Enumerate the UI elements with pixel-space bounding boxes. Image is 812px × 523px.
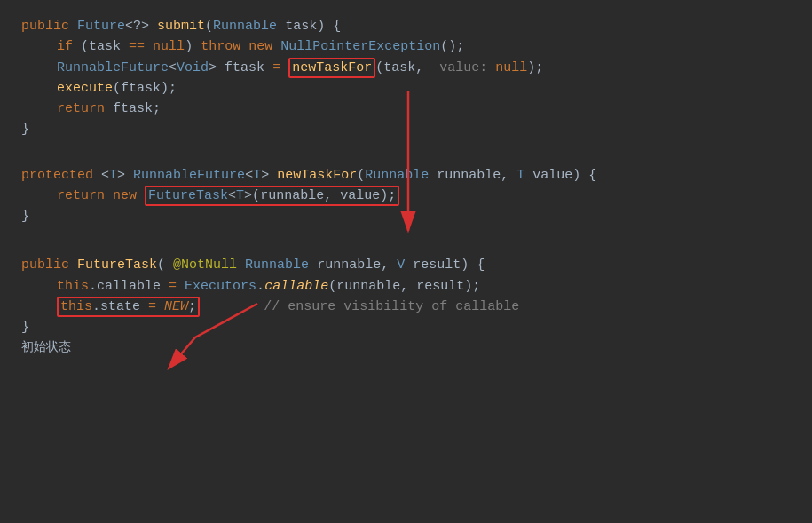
- line-7: protected <T> RunnableFuture<T> newTaskF…: [21, 165, 791, 186]
- code-container: public Future<?> submit(Runnable task) {…: [0, 0, 812, 384]
- line-11: this.callable = Executors.callable(runna…: [57, 276, 791, 297]
- line-14: 初始状态: [21, 337, 791, 358]
- line-9: }: [21, 206, 791, 226]
- code-block-1: public Future<?> submit(Runnable task) {…: [21, 16, 791, 140]
- line-8: return new FutureTask<T>(runnable, value…: [57, 186, 791, 206]
- line-13: }: [21, 317, 791, 337]
- line-3: RunnableFuture<Void> ftask = newTaskFor(…: [57, 58, 791, 78]
- line-4: execute(ftask);: [57, 78, 791, 99]
- code-block-2: protected <T> RunnableFuture<T> newTaskF…: [21, 165, 791, 227]
- line-10: public FutureTask( @NotNull Runnable run…: [21, 255, 791, 275]
- code-block-3: public FutureTask( @NotNull Runnable run…: [21, 255, 791, 358]
- line-6: }: [21, 119, 791, 139]
- line-5: return ftask;: [57, 99, 791, 119]
- line-12: this.state = NEW; // ensure visibility o…: [57, 297, 791, 317]
- line-1: public Future<?> submit(Runnable task) {: [21, 16, 791, 36]
- line-2: if (task == null) throw new NullPointerE…: [57, 36, 791, 57]
